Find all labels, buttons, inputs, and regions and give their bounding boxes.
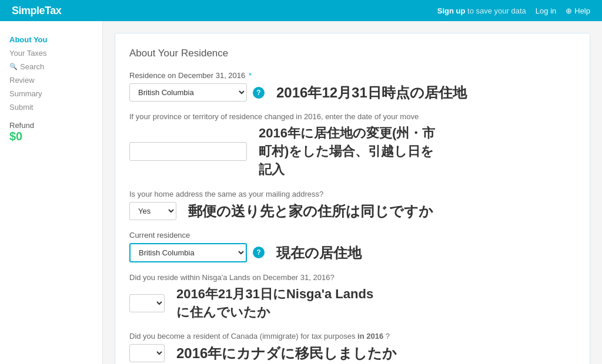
login-link[interactable]: Log in [536,6,556,15]
residence-field-group: Residence on December 31, 2016 * British… [129,71,576,102]
immigrate-row: Yes No 2016年にカナダに移民しましたか [129,344,576,362]
help-circle-icon: ⊕ [566,6,572,15]
move-date-input[interactable] [129,142,247,161]
current-residence-field-group: Current residence British Columbia Alber… [129,231,576,262]
signup-text: Sign up to save your data [437,6,526,15]
move-date-field-group: If your province or territory of residen… [129,112,576,178]
same-address-field-group: Is your home address the same as your ma… [129,190,576,220]
move-date-row: 2016年に居住地の変更(州・市町村)をした場合、引越し日を記入 [129,124,576,178]
same-address-row: Yes No 郵便の送り先と家の住所は同じですか [129,202,576,220]
residence-card-title: About Your Residence [129,48,576,59]
move-date-label: If your province or territory of residen… [129,112,576,121]
sidebar-item-submit[interactable]: Submit [9,100,93,114]
current-residence-label: Current residence [129,231,576,240]
sidebar-item-summary[interactable]: Summary [9,87,93,100]
residence-card: About Your Residence Residence on Decemb… [115,33,590,364]
help-link[interactable]: ⊕ Help [566,6,590,15]
same-address-annotation: 郵便の送り先と家の住所は同じですか [188,202,433,220]
nisga-select[interactable]: Yes No [129,294,165,312]
refund-amount: $0 [9,130,93,143]
sidebar-search[interactable]: 🔍 Search [9,60,93,73]
same-address-label: Is your home address the same as your ma… [129,190,576,198]
header: SimpleTax Sign up to save your data Log … [0,0,602,21]
same-address-select[interactable]: Yes No [129,202,176,220]
nisga-annotation: 2016年21月31日にNisga'a Lands に住んでいたか [176,285,388,322]
current-residence-row: British Columbia Alberta Ontario ? 現在の居住… [129,243,576,262]
immigrate-field-group: Did you become a resident of Canada (imm… [129,332,576,362]
move-date-annotation: 2016年に居住地の変更(州・市町村)をした場合、引越し日を記入 [259,124,447,178]
sidebar-search-label: Search [20,62,44,71]
residence-field-row: British Columbia Alberta Ontario ? 2016年… [129,83,576,102]
nisga-field-group: Did you reside within Nisga'a Lands on D… [129,273,576,322]
help-label: Help [574,6,590,15]
immigrate-select[interactable]: Yes No [129,344,165,362]
refund-label: Refund [9,121,93,130]
residence-help-button[interactable]: ? [253,87,265,99]
current-residence-annotation: 現在の居住地 [276,244,362,262]
current-residence-help-button[interactable]: ? [253,247,265,258]
residence-select[interactable]: British Columbia Alberta Ontario [129,83,247,102]
page-layout: About You Your Taxes 🔍 Search Review Sum… [0,21,602,364]
residence-label: Residence on December 31, 2016 * [129,71,576,80]
residence-required: * [249,71,252,80]
header-nav: Sign up to save your data Log in ⊕ Help [437,6,590,15]
save-text: to save your data [467,6,526,15]
signup-link[interactable]: Sign up [437,6,466,15]
immigrate-label: Did you become a resident of Canada (imm… [129,332,576,341]
residence-annotation: 2016年12月31日時点の居住地 [276,83,467,102]
sidebar-item-review[interactable]: Review [9,73,93,87]
search-icon: 🔍 [9,63,18,70]
site-logo: SimpleTax [12,5,61,17]
immigrate-label-bold: in 2016 [357,332,383,341]
sidebar-item-about-you[interactable]: About You [9,33,93,46]
main-content: About Your Residence Residence on Decemb… [103,21,602,364]
sidebar: About You Your Taxes 🔍 Search Review Sum… [0,21,103,364]
current-residence-select[interactable]: British Columbia Alberta Ontario [129,243,247,262]
sidebar-item-your-taxes[interactable]: Your Taxes [9,46,93,60]
nisga-label: Did you reside within Nisga'a Lands on D… [129,273,576,282]
nisga-row: Yes No 2016年21月31日にNisga'a Lands に住んでいたか [129,285,576,322]
immigrate-annotation: 2016年にカナダに移民しましたか [176,344,397,362]
